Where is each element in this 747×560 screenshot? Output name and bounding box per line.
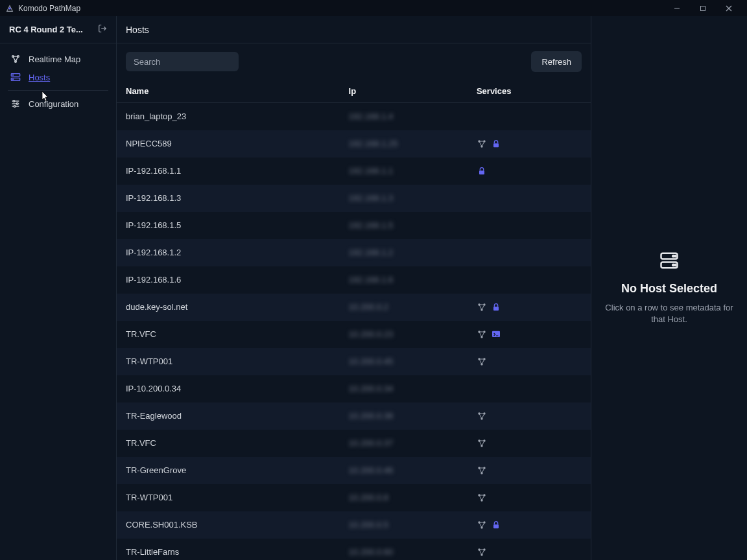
table-row[interactable]: TR-WTP00110.200.0.45 (117, 348, 591, 375)
svg-line-10 (13, 56, 16, 62)
search-input[interactable] (126, 52, 239, 71)
table-row[interactable]: TR.VFC10.200.0.23 (117, 321, 591, 348)
host-services-cell (468, 539, 591, 561)
lock-icon (477, 166, 487, 176)
host-name-cell: IP-10.200.0.34 (117, 375, 340, 402)
host-name-cell: TR-Eaglewood (117, 402, 340, 430)
host-name-cell: TR.VFC (117, 430, 340, 457)
table-row[interactable]: TR.VFC10.200.0.37 (117, 430, 591, 457)
share-icon (477, 493, 487, 503)
table-row[interactable]: IP-192.168.1.2192.168.1.2 (117, 239, 591, 266)
host-ip-cell: 192.168.1.1 (340, 158, 468, 185)
svg-rect-53 (493, 524, 499, 528)
svg-point-15 (12, 79, 13, 80)
host-ip-cell: 10.200.0.2 (340, 294, 468, 321)
nav-divider (8, 90, 108, 91)
app-logo-icon (5, 4, 14, 13)
sidebar-item-configuration[interactable]: Configuration (0, 95, 116, 113)
svg-point-14 (12, 75, 13, 75)
table-row[interactable]: TR-LittleFarns10.200.0.60 (117, 539, 591, 561)
host-name-cell: TR.VFC (117, 321, 340, 348)
share-icon (477, 329, 487, 340)
server-icon (10, 72, 21, 82)
table-row[interactable]: IP-192.168.1.6192.168.1.6 (117, 266, 591, 294)
host-services-cell (468, 266, 591, 294)
table-row[interactable]: TR-GreenGrove10.200.0.46 (117, 457, 591, 484)
host-services-cell (468, 103, 591, 130)
host-ip-cell: 10.200.0.5 (340, 511, 468, 539)
host-services-cell (468, 457, 591, 484)
hosts-table-scroll[interactable]: Name Ip Services brian_laptop_23192.168.… (117, 80, 591, 560)
table-row[interactable]: IP-192.168.1.1192.168.1.1 (117, 158, 591, 185)
host-name-cell: dude.key-sol.net (117, 294, 340, 321)
sidebar-item-hosts[interactable]: Hosts (0, 68, 116, 86)
table-row[interactable]: IP-10.200.0.3410.200.0.34 (117, 375, 591, 402)
host-ip-cell: 10.200.0.23 (340, 321, 468, 348)
table-row[interactable]: TR-WTP00110.200.0.8 (117, 484, 591, 511)
host-ip-cell: 192.168.1.6 (340, 266, 468, 294)
host-services-cell (468, 185, 591, 212)
host-ip-cell: 10.200.0.38 (340, 402, 468, 430)
host-name-cell: TR-GreenGrove (117, 457, 340, 484)
host-ip-cell: 10.200.0.45 (340, 348, 468, 375)
host-name-cell: NPIECC589 (117, 130, 340, 158)
svg-point-62 (674, 264, 676, 266)
table-row[interactable]: IP-192.168.1.3192.168.1.3 (117, 185, 591, 212)
titlebar: Komodo PathMap (0, 0, 747, 16)
minimize-button[interactable] (664, 0, 690, 16)
table-row[interactable]: CORE.SH001.KSB10.200.0.5 (117, 511, 591, 539)
map-icon (10, 54, 21, 64)
host-name-cell: IP-192.168.1.5 (117, 212, 340, 239)
maximize-button[interactable] (690, 0, 716, 16)
host-name-cell: CORE.SH001.KSB (117, 511, 340, 539)
table-row[interactable]: NPIECC589192.168.1.25 (117, 130, 591, 158)
host-name-cell: brian_laptop_23 (117, 103, 340, 130)
share-icon (477, 411, 487, 421)
host-name-cell: IP-192.168.1.1 (117, 158, 340, 185)
host-ip-cell: 192.168.1.25 (340, 130, 468, 158)
svg-point-60 (674, 255, 676, 257)
host-name-cell: IP-192.168.1.2 (117, 239, 340, 266)
exit-icon[interactable] (98, 24, 107, 36)
share-icon (477, 356, 487, 367)
table-row[interactable]: dude.key-sol.net10.200.0.2 (117, 294, 591, 321)
host-ip-cell: 10.200.0.34 (340, 375, 468, 402)
host-name-cell: TR-WTP001 (117, 484, 340, 511)
svg-rect-2 (701, 6, 706, 10)
lock-icon (491, 520, 501, 530)
share-icon (477, 302, 487, 312)
share-icon (477, 520, 487, 530)
host-empty-icon (659, 251, 679, 273)
sidebar-item-label: Realtime Map (29, 54, 80, 64)
lock-icon (491, 302, 501, 312)
host-name-cell: TR-WTP001 (117, 348, 340, 375)
sidebar: RC 4 Round 2 Te... Realtime Map Hosts (0, 16, 117, 560)
svg-point-0 (8, 7, 11, 10)
host-services-cell (468, 402, 591, 430)
sidebar-item-realtime-map[interactable]: Realtime Map (0, 50, 116, 68)
host-services-cell (468, 511, 591, 539)
close-button[interactable] (716, 0, 742, 16)
sidebar-item-label: Hosts (29, 73, 50, 82)
table-row[interactable]: IP-192.168.1.5192.168.1.5 (117, 212, 591, 239)
svg-rect-30 (493, 307, 499, 310)
host-services-cell (468, 430, 591, 457)
host-name-cell: IP-192.168.1.3 (117, 185, 340, 212)
svg-point-19 (13, 100, 15, 102)
refresh-button[interactable]: Refresh (531, 51, 582, 72)
project-name: RC 4 Round 2 Te... (9, 25, 83, 34)
col-name: Name (117, 80, 340, 103)
sidebar-item-label: Configuration (29, 99, 78, 109)
host-ip-cell: 192.168.1.2 (340, 239, 468, 266)
sliders-icon (10, 99, 21, 109)
toolbar: Refresh (117, 43, 591, 80)
table-row[interactable]: TR-Eaglewood10.200.0.38 (117, 402, 591, 430)
table-row[interactable]: brian_laptop_23192.168.1.4 (117, 103, 591, 130)
nav: Realtime Map Hosts Configuration (0, 43, 116, 119)
host-name-cell: IP-192.168.1.6 (117, 266, 340, 294)
host-services-cell (468, 348, 591, 375)
svg-point-20 (16, 103, 18, 105)
host-services-cell (468, 321, 591, 348)
host-ip-cell: 10.200.0.8 (340, 484, 468, 511)
page-title: Hosts (117, 16, 591, 43)
